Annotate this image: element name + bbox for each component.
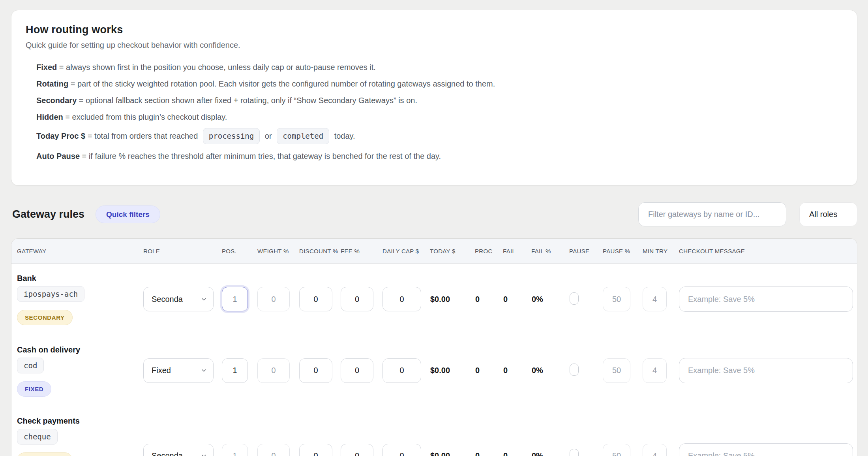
today-amount: $0.00 [429,366,474,375]
guide-text: = always shown first in the position you… [59,63,376,72]
guide-term: Secondary [36,96,77,105]
daily-cap-input[interactable] [382,358,421,383]
col-header-fail-pct: FAIL % [531,248,568,254]
gateway-id-badge: ipospays-ach [17,286,84,302]
col-header-daily-cap: DAILY CAP $ [382,248,429,254]
table-header-row: GATEWAY ROLE POS. WEIGHT % DISCOUNT % FE… [11,239,857,264]
col-header-gateway: GATEWAY [11,248,142,254]
today-amount: $0.00 [429,451,474,456]
weight-input[interactable] [257,444,290,456]
gateway-id-badge: cheque [17,429,58,445]
fee-input[interactable] [341,444,373,456]
role-select[interactable]: Seconda [143,444,214,456]
guide-text: = part of the sticky weighted rotation p… [71,79,495,88]
role-badge-secondary: SECONDARY [17,310,73,325]
col-header-pos: POS. [221,248,257,254]
guide-list: Fixed = always shown first in the positi… [36,62,841,162]
pause-checkbox[interactable] [570,364,579,376]
status-code-completed: completed [277,128,329,144]
pause-pct-input[interactable] [603,358,630,383]
pos-input[interactable] [222,358,248,383]
fee-input[interactable] [341,358,373,383]
page-title: Gateway rules [12,208,84,220]
roles-filter-select[interactable]: All roles [799,202,857,226]
guide-text: = if failure % reaches the threshold aft… [82,152,441,160]
guide-term: Today Proc $ [36,132,85,140]
col-header-fail: FAIL [502,248,531,254]
table-row: Cash on delivery cod FIXED Fixed $0.00 0… [11,335,857,406]
role-select[interactable]: Fixed [143,358,214,383]
checkout-message-input[interactable] [679,286,853,312]
checkout-message-input[interactable] [679,443,853,456]
col-header-fee: FEE % [340,248,382,254]
col-header-weight: WEIGHT % [257,248,298,254]
discount-input[interactable] [299,444,332,456]
guide-term: Hidden [36,113,63,121]
fail-count: 0 [502,295,531,304]
guide-text: = excluded from this plugin’s checkout d… [65,113,227,121]
gateway-cell: Bank ipospays-ach SECONDARY [11,264,142,325]
pause-checkbox[interactable] [570,292,579,305]
today-amount: $0.00 [429,295,474,304]
guide-text: = total from orders that reached [88,132,198,140]
guide-item-rotating: Rotating = part of the sticky weighted r… [36,78,841,90]
table-row: Bank ipospays-ach SECONDARY Seconda $0.0… [11,264,857,335]
col-header-today: TODAY $ [429,248,474,254]
guide-item-secondary: Secondary = optional fallback section sh… [36,95,841,106]
roles-filter-value: All roles [809,210,837,219]
guide-term: Auto Pause [36,152,80,160]
min-try-input[interactable] [643,358,667,383]
gateway-filter-input[interactable] [638,202,786,226]
status-code-processing: processing [203,128,260,144]
pos-input[interactable] [222,444,248,456]
how-routing-works-card: How routing works Quick guide for settin… [11,10,857,186]
col-header-role: ROLE [142,248,221,254]
guide-text: today. [334,132,355,140]
chevron-down-icon [201,367,207,373]
guide-term: Fixed [36,63,57,72]
min-try-input[interactable] [643,287,667,311]
guide-text: = optional fallback section shown after … [79,96,417,105]
gateway-name: Cash on delivery [17,345,142,354]
daily-cap-input[interactable] [382,444,421,456]
guide-subtitle: Quick guide for setting up checkout beha… [26,41,841,50]
gateway-id-badge: cod [17,358,44,373]
fee-input[interactable] [341,287,373,311]
role-select-value: Fixed [152,366,171,375]
weight-input[interactable] [257,358,290,383]
col-header-min-try: MIN TRY [642,248,678,254]
role-badge-fixed: FIXED [17,381,51,397]
col-header-pause: PAUSE [568,248,602,254]
routing-settings-page: How routing works Quick guide for settin… [0,0,868,456]
role-select-value: Seconda [152,451,183,456]
fail-pct: 0% [531,451,568,456]
checkout-message-input[interactable] [679,358,853,383]
pause-checkbox[interactable] [570,449,579,456]
guide-item-today-proc: Today Proc $ = total from orders that re… [36,128,841,144]
guide-item-fixed: Fixed = always shown first in the positi… [36,62,841,73]
daily-cap-input[interactable] [382,287,421,311]
fail-pct: 0% [531,366,568,375]
gateway-cell: Cash on delivery cod FIXED [11,335,142,397]
col-header-discount: DISCOUNT % [298,248,340,254]
chevron-down-icon [201,296,207,302]
fail-pct: 0% [531,295,568,304]
proc-count: 0 [474,366,502,375]
discount-input[interactable] [299,287,332,311]
role-select[interactable]: Seconda [143,287,214,311]
quick-filters-button[interactable]: Quick filters [96,205,160,223]
guide-item-auto-pause: Auto Pause = if failure % reaches the th… [36,151,841,162]
gateway-rules-table: GATEWAY ROLE POS. WEIGHT % DISCOUNT % FE… [11,238,857,456]
pos-input[interactable] [222,287,248,311]
gateway-cell: Check payments cheque SECONDARY [11,406,142,456]
min-try-input[interactable] [643,444,667,456]
discount-input[interactable] [299,358,332,383]
pause-pct-input[interactable] [603,287,630,311]
col-header-pause-pct: PAUSE % [602,248,642,254]
guide-title: How routing works [26,24,841,36]
pause-pct-input[interactable] [603,444,630,456]
proc-count: 0 [474,295,502,304]
guide-term: Rotating [36,79,68,88]
table-row: Check payments cheque SECONDARY Seconda … [11,406,857,456]
weight-input[interactable] [257,287,290,311]
